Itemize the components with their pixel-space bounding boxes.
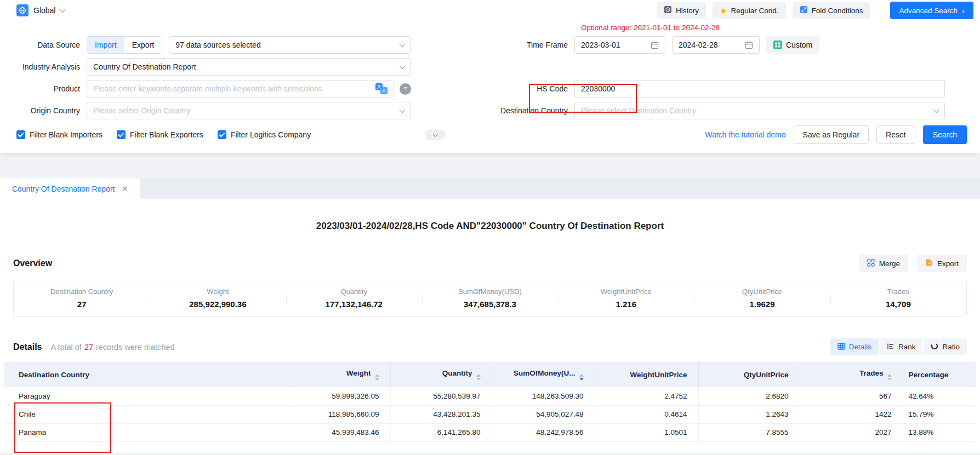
- filter-blank-importers-checkbox[interactable]: Filter Blank Importers: [16, 130, 102, 139]
- table-row[interactable]: Chile 118,985,660.09 43,428,201.35 54,90…: [4, 405, 976, 423]
- custom-label: Custom: [786, 41, 812, 49]
- divider: [880, 4, 880, 16]
- history-button[interactable]: History: [657, 2, 706, 19]
- chevron-down-icon: [399, 41, 405, 47]
- stat-destination-country: Destination Country27: [14, 287, 150, 309]
- tutorial-link[interactable]: Watch the tutorial demo: [705, 130, 785, 139]
- match-summary: A total of27records were matched: [50, 343, 174, 352]
- export-icon: [925, 258, 933, 268]
- search-form: Optional range: 2021-01-01 to 2024-02-28…: [0, 21, 980, 153]
- chevron-down-icon: [933, 107, 939, 113]
- data-source-segmented: Import Export: [87, 36, 162, 54]
- fold-conditions-label: Fold Conditions: [812, 7, 863, 15]
- tab-label: Country Of Destination Report: [12, 185, 115, 193]
- checkbox-checked-icon: [218, 130, 226, 139]
- table-header-row: Destination Country Weight Quantity SumO…: [4, 362, 976, 387]
- stat-quantity: Quantity177,132,146.72: [286, 287, 422, 309]
- fold-conditions-button[interactable]: Fold Conditions: [793, 2, 870, 19]
- hs-code-label: HS Code: [411, 84, 574, 93]
- regular-cond-label: Regular Cond.: [731, 7, 779, 15]
- checkbox-checked-icon: [117, 130, 126, 139]
- time-frame-label: Time Frame: [411, 41, 574, 49]
- origin-country-select[interactable]: Please select Origin Country: [87, 102, 411, 119]
- checkbox-checked-icon: [16, 130, 25, 139]
- destination-country-select[interactable]: Please select Destination Country: [574, 102, 945, 119]
- table-icon: [837, 343, 845, 352]
- view-rank-button[interactable]: Rank: [880, 338, 923, 355]
- merge-icon: [867, 259, 875, 268]
- col-sum-of-money[interactable]: SumOfMoney(U...: [492, 362, 595, 387]
- chevron-down-icon: [399, 63, 405, 69]
- data-sources-select[interactable]: 97 data sources selected: [169, 36, 411, 54]
- col-weight[interactable]: Weight: [288, 362, 390, 387]
- overview-heading: Overview: [13, 258, 52, 268]
- custom-icon: [773, 41, 782, 49]
- data-source-label: Data Source: [0, 41, 87, 49]
- table-row[interactable]: Paraguay 59,899,326.05 55,280,539.97 148…: [4, 387, 976, 405]
- destination-country-placeholder: Please select Destination Country: [581, 106, 696, 115]
- table-row[interactable]: Panama 45,939,483.46 6,141,265.80 48,242…: [4, 423, 976, 441]
- export-button[interactable]: Export: [917, 255, 967, 272]
- sort-icon: [375, 374, 379, 381]
- origin-country-label: Origin Country: [0, 106, 87, 115]
- industry-analysis-value: Country Of Destination Report: [93, 62, 196, 71]
- industry-analysis-label: Industry Analysis: [0, 62, 87, 71]
- history-icon: [664, 5, 672, 15]
- topbar: Global History ★ Regular Cond. Fold Cond…: [0, 0, 980, 21]
- end-date-input[interactable]: 2024-02-28: [672, 36, 760, 54]
- col-quantity[interactable]: Quantity: [390, 362, 492, 387]
- filter-blank-exporters-checkbox[interactable]: Filter Blank Exporters: [117, 130, 203, 139]
- end-date-value: 2024-02-28: [679, 41, 718, 49]
- form-actions: Watch the tutorial demo Save as Regular …: [705, 125, 980, 144]
- synonym-icon[interactable]: ≡: [400, 83, 411, 95]
- report-title: 2023/03/01-2024/02/28,HS Code AND"220300…: [0, 199, 980, 232]
- star-icon: ★: [720, 7, 727, 15]
- sort-icon: [476, 374, 481, 381]
- view-switcher: Details Rank Ratio: [830, 338, 967, 355]
- close-icon[interactable]: ✕: [121, 185, 128, 193]
- view-details-button[interactable]: Details: [830, 338, 879, 355]
- merge-button[interactable]: Merge: [859, 255, 908, 272]
- custom-range-button[interactable]: Custom: [766, 36, 819, 54]
- col-qty-unit-price: QtyUnitPrice: [698, 362, 800, 387]
- save-as-regular-button[interactable]: Save as Regular: [794, 125, 869, 144]
- product-label: Product: [0, 84, 87, 93]
- chevron-down-icon: [432, 131, 438, 137]
- chevron-down-icon: [399, 107, 405, 113]
- destination-country-label: Destination Country: [411, 106, 574, 115]
- start-date-value: 2023-03-01: [581, 41, 620, 49]
- stat-sum-of-money: SumOfMoney(USD)347,685,378.3: [422, 287, 558, 309]
- advanced-search-label: Advanced Search: [899, 7, 958, 15]
- col-trades[interactable]: Trades: [800, 362, 903, 387]
- industry-analysis-select[interactable]: Country Of Destination Report: [87, 58, 411, 76]
- donut-chart-icon: [931, 342, 938, 352]
- search-button[interactable]: Search: [923, 125, 967, 144]
- export-toggle[interactable]: Export: [124, 37, 162, 53]
- cell-country: Panama: [4, 423, 288, 441]
- import-toggle[interactable]: Import: [87, 37, 124, 53]
- hs-code-input[interactable]: 22030000: [574, 80, 945, 97]
- start-date-input[interactable]: 2023-03-01: [574, 36, 665, 54]
- filter-blank-exporters-label: Filter Blank Exporters: [130, 130, 203, 139]
- sort-desc-icon: [579, 374, 584, 381]
- collapse-form-button[interactable]: [425, 129, 446, 140]
- cell-country: Chile: [4, 405, 288, 423]
- stat-weight-unit-price: WeightUnitPrice1.216: [558, 287, 694, 309]
- fold-icon: [800, 5, 808, 15]
- regular-cond-button[interactable]: ★ Regular Cond.: [713, 2, 786, 19]
- panel-gap: [0, 153, 980, 178]
- advanced-search-button[interactable]: Advanced Search ›: [890, 2, 973, 19]
- calendar-icon: [745, 41, 753, 49]
- row-industry: Industry Analysis Country Of Destination…: [0, 56, 980, 78]
- rank-icon: [887, 343, 894, 352]
- region-selector[interactable]: Global: [16, 4, 65, 16]
- view-ratio-button[interactable]: Ratio: [924, 338, 967, 355]
- tab-country-of-destination-report[interactable]: Country Of Destination Report ✕: [0, 178, 140, 199]
- col-percentage: Percentage: [903, 362, 976, 387]
- translate-icon[interactable]: 文A: [375, 83, 388, 94]
- product-input[interactable]: Please enter keywords,separate multiple …: [87, 80, 394, 97]
- sort-icon: [887, 374, 892, 381]
- reset-button[interactable]: Reset: [876, 125, 915, 144]
- filter-logitics-company-checkbox[interactable]: Filter Logitics Company: [218, 130, 311, 139]
- overview-stats: Destination Country27 Weight285,922,990.…: [13, 280, 967, 316]
